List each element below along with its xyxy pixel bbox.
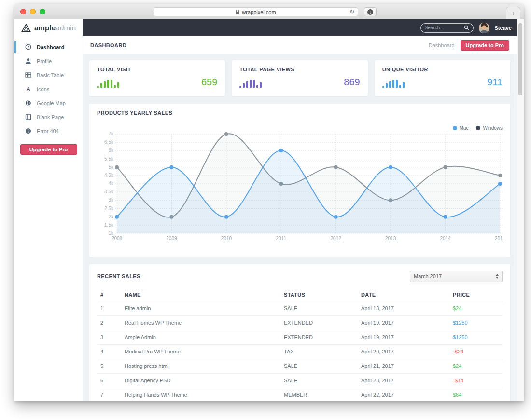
upgrade-pro-button[interactable]: Upgrade to Pro [461,40,509,51]
y-tick-label: 4k [108,181,114,186]
cell-date: April 19, 2017 [358,330,449,344]
select-stepper-icon [496,274,499,279]
stat-card-value: 869 [344,77,360,88]
scrollbar-thumb[interactable] [518,23,522,95]
sidebar-item-icons[interactable]: AIcons [14,82,83,96]
search-box[interactable] [420,23,474,33]
letter-a-icon: A [25,86,31,93]
cell-status: TAX [280,344,358,359]
close-button[interactable] [20,9,26,14]
cell-name: Ample Admin [121,330,280,344]
logo-triangle-icon [21,24,31,32]
stat-card-title: TOTAL VISIT [97,67,217,72]
x-tick-label: 2008 [112,236,123,241]
url-text: wrappixel.com [242,9,276,15]
x-tick-label: 2014 [440,236,451,241]
browser-toolbar: wrappixel.com ↻ ↓ + [14,4,524,19]
cell-date: April 23, 2017 [358,373,449,388]
y-tick-label: 5.5k [104,156,114,162]
cell-num: 1 [97,301,121,315]
cell-price: $64 [449,388,503,401]
sidebar-item-label: Profile [37,58,52,64]
recent-sales-card: RECENT SALES March 2017 #NAMESTATUSDATEP… [89,264,510,401]
yearly-sales-card: PRODUCTS YEARLY SALES MacWindows 1k1.5k2… [89,104,510,257]
cell-date: April 20, 2017 [358,344,449,359]
y-tick-label: 4.5k [104,173,114,178]
sidebar-item-error-404[interactable]: Error 404 [14,124,83,138]
cell-status: SALE [280,301,358,315]
stat-card-unique-visitor: UNIQUE VISITOR911 [375,60,510,96]
cell-status: SALE [280,359,358,373]
legend-item-mac[interactable]: Mac [453,125,469,131]
stat-card-title: UNIQUE VISITOR [382,67,503,72]
sparkline-bars-icon [239,79,262,88]
sidebar-item-label: Blank Page [37,114,64,120]
table-row: 3Ample AdminEXTENDEDApril 19, 2017$1250 [97,330,503,344]
month-select[interactable]: March 2017 [410,271,503,282]
x-tick-label: 2015 [495,236,503,241]
cell-num: 3 [97,330,121,344]
sparkline-bars-icon [97,79,119,88]
y-tick-label: 1.5k [104,222,114,228]
sidebar-item-label: Basic Table [37,72,64,78]
y-tick-label: 3.5k [104,189,114,194]
sidebar-item-basic-table[interactable]: Basic Table [14,68,83,82]
breadcrumb-item[interactable]: Dashboard [429,42,455,48]
username[interactable]: Steave [495,25,512,31]
dashboard-icon [25,44,31,51]
cell-name: Helping Hands WP Theme [121,388,280,401]
globe-icon [25,100,31,107]
cell-num: 5 [97,359,121,373]
x-tick-label: 2013 [385,236,396,241]
sidebar-item-label: Error 404 [37,128,59,134]
avatar[interactable] [479,23,489,33]
table-header-row: #NAMESTATUSDATEPRICE [97,288,503,301]
legend-dot-icon [453,126,457,130]
cell-name: Elite admin [121,301,280,315]
table-row: 2Real Homes WP ThemeEXTENDEDApril 19, 20… [97,315,503,330]
y-tick-label: 6k [108,148,114,153]
new-tab-button[interactable]: + [506,7,520,19]
sidebar-upgrade-button[interactable]: Upgrade to Pro [20,144,77,155]
app-logo[interactable]: ampleadmin [14,19,83,36]
chart-legend: MacWindows [453,125,503,131]
cell-price: $24 [449,359,503,373]
y-tick-label: 1k [108,230,114,236]
zoom-button[interactable] [40,9,45,14]
sidebar-item-label: Google Map [37,100,66,106]
legend-item-windows[interactable]: Windows [476,125,503,131]
sidebar-item-google-map[interactable]: Google Map [14,96,83,110]
lock-icon [236,10,239,14]
x-tick-label: 2011 [276,236,287,241]
page-icon [25,114,31,121]
yearly-sales-chart: 1k1.5k2k2.5k3k3.5k4k4.5k5k5.5k6k6.5k7k20… [97,130,503,244]
search-icon[interactable] [464,25,469,30]
info-icon [25,128,31,135]
cell-num: 6 [97,373,121,388]
sidebar-item-profile[interactable]: Profile [14,54,83,68]
y-tick-label: 6.5k [104,139,114,145]
sparkline-bars-icon [382,79,405,88]
cell-date: April 19, 2017 [358,315,449,330]
column-header: PRICE [449,288,503,301]
logo-text: ampleadmin [34,24,76,32]
minimize-button[interactable] [30,9,36,14]
search-input[interactable] [425,25,462,30]
avatar-image [479,23,489,33]
x-tick-label: 2009 [166,236,177,241]
table-row: 5Hosting press htmlSALEApril 21, 2017$24 [97,359,503,373]
logo-text-light: admin [56,24,76,32]
scrollbar-track [517,19,524,401]
address-bar[interactable]: wrappixel.com ↻ [154,7,358,16]
reload-icon[interactable]: ↻ [349,8,354,15]
y-tick-label: 2.5k [104,206,114,211]
sidebar-item-dashboard[interactable]: Dashboard [14,40,83,54]
cell-price: $24 [449,301,503,315]
sidebar: ampleadmin DashboardProfileBasic TableAI… [14,19,83,401]
sidebar-item-blank-page[interactable]: Blank Page [14,110,83,124]
cell-status: MEMBER [280,388,358,401]
column-header: # [97,288,121,301]
stat-card-total-visit: TOTAL VISIT659 [89,60,225,96]
breadcrumb: Dashboard Upgrade to Pro [429,40,509,51]
download-button[interactable]: ↓ [364,7,377,16]
